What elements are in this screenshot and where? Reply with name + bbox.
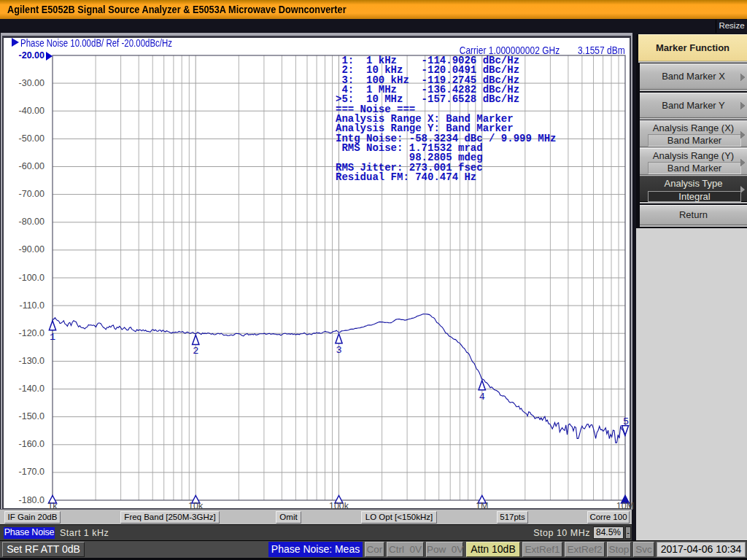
svg-text:2: 2 (193, 346, 198, 357)
svg-text:4: 4 (479, 392, 485, 402)
svg-text:5: 5 (623, 416, 629, 427)
svg-text:3: 3 (336, 345, 341, 356)
svg-text:1: 1 (50, 332, 55, 343)
